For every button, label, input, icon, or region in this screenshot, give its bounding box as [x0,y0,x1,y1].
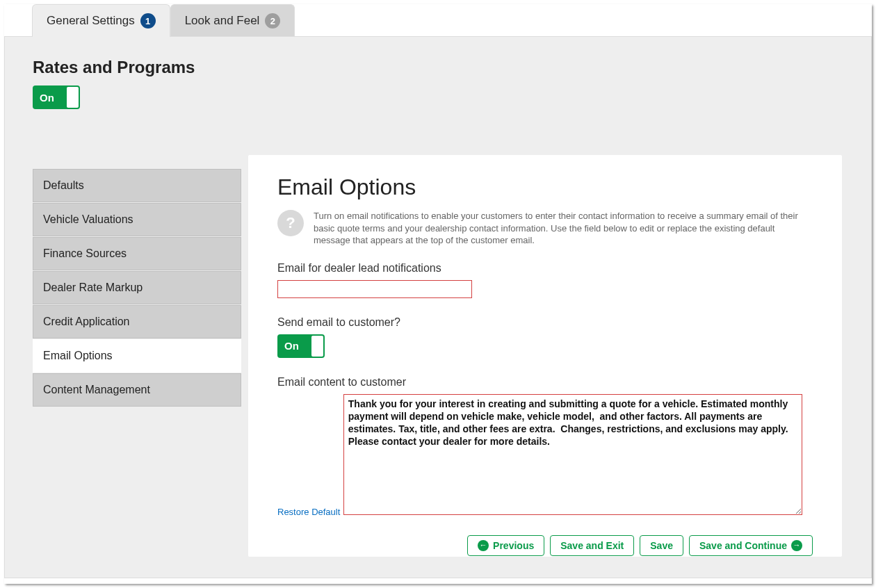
send-email-section: Send email to customer? On [277,316,813,358]
toggle-knob-icon [67,87,79,108]
sidebar-item-credit-application[interactable]: Credit Application [33,305,241,338]
sidebar-item-label: Defaults [43,179,84,191]
button-label: Save and Continue [699,540,787,551]
footer-buttons: ← Previous Save and Exit Save Save and C… [277,535,813,556]
tab-label: Look and Feel [185,14,260,28]
dealer-email-input[interactable] [277,280,472,298]
tab-label: General Settings [47,14,135,28]
help-row: ? Turn on email notifications to enable … [277,210,813,247]
toggle-label: On [284,340,299,352]
top-tabs: General Settings 1 Look and Feel 2 [4,4,872,37]
app-frame: General Settings 1 Look and Feel 2 Rates… [4,4,872,584]
sidebar-item-vehicle-valuations[interactable]: Vehicle Valuations [33,203,241,236]
save-continue-button[interactable]: Save and Continue → [689,535,813,556]
dealer-email-label: Email for dealer lead notifications [277,262,813,275]
button-label: Save [650,540,673,551]
save-button[interactable]: Save [640,535,683,556]
email-content-textarea[interactable] [343,394,802,515]
sidebar-item-email-options[interactable]: Email Options [33,339,241,373]
page-title: Email Options [277,174,813,200]
sidebar-item-label: Vehicle Valuations [43,213,133,225]
send-email-label: Send email to customer? [277,316,813,329]
settings-sidebar: Defaults Vehicle Valuations Finance Sour… [33,169,241,407]
sidebar-item-label: Dealer Rate Markup [43,281,143,293]
help-text: Turn on email notifications to enable yo… [314,210,813,247]
help-icon: ? [277,210,304,236]
button-label: Save and Exit [560,540,624,551]
main-panel: Rates and Programs On Defaults Vehicle V… [4,36,872,578]
tab-look-and-feel[interactable]: Look and Feel 2 [170,4,295,37]
sidebar-item-finance-sources[interactable]: Finance Sources [33,237,241,270]
sidebar-item-dealer-rate-markup[interactable]: Dealer Rate Markup [33,271,241,304]
sidebar-item-label: Content Management [43,384,150,395]
button-label: Previous [493,540,534,551]
arrow-right-icon: → [791,540,802,551]
toggle-label: On [40,92,54,104]
content-area: Email Options ? Turn on email notificati… [248,155,842,557]
restore-default-link[interactable]: Restore Default [277,507,340,517]
sidebar-item-label: Finance Sources [43,247,127,259]
save-exit-button[interactable]: Save and Exit [550,535,634,556]
step-badge-icon: 2 [265,13,280,28]
rates-programs-toggle[interactable]: On [33,85,80,109]
send-email-toggle[interactable]: On [277,334,325,358]
arrow-left-icon: ← [478,540,489,551]
toggle-knob-icon [311,336,323,357]
tab-general-settings[interactable]: General Settings 1 [32,4,170,37]
sidebar-item-label: Credit Application [43,316,130,327]
step-badge-icon: 1 [140,13,156,28]
sidebar-item-content-management[interactable]: Content Management [33,373,241,407]
sidebar-item-defaults[interactable]: Defaults [33,169,241,202]
section-title: Rates and Programs [33,58,843,77]
sidebar-item-label: Email Options [43,350,113,361]
previous-button[interactable]: ← Previous [467,535,544,556]
email-content-label: Email content to customer [277,376,813,389]
